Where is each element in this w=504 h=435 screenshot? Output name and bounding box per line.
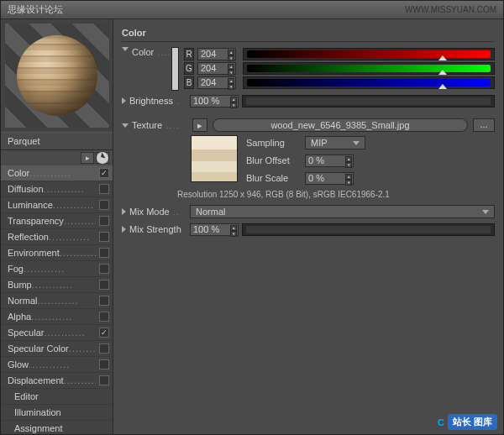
nav-prev-button[interactable]: ▸: [81, 152, 94, 164]
b-slider[interactable]: [243, 76, 495, 89]
channel-checkbox[interactable]: [99, 296, 109, 306]
watermark-logo: C 站长 图库: [438, 414, 497, 430]
channel-normal[interactable]: Normal. . . . . . . . . . . .: [1, 293, 113, 309]
spinner-icon[interactable]: ▴▾: [230, 225, 237, 234]
color-label: Color . . . .: [132, 47, 171, 57]
g-label: G: [184, 62, 194, 75]
channel-checkbox[interactable]: [99, 184, 109, 194]
resolution-text: Resolution 1250 x 946, RGB (8 Bit), sRGB…: [177, 190, 495, 199]
r-input[interactable]: 204▴▾: [197, 48, 236, 60]
channel-label: Displacement: [8, 375, 64, 385]
subchannel-label: Illumination: [14, 407, 61, 417]
channel-label: Transparency: [8, 216, 64, 226]
channel-label: Glow: [8, 359, 29, 369]
channel-label: Color: [8, 168, 29, 178]
bluroffset-label: Blur Offset: [246, 155, 305, 165]
channel-label: Alpha: [8, 312, 31, 322]
subchannel-label: Editor: [14, 391, 39, 401]
r-slider[interactable]: [243, 48, 495, 60]
brightness-input[interactable]: 100 %▴▾: [190, 95, 239, 107]
channel-displacement[interactable]: Displacement. . . . . . . . . . . .: [1, 373, 113, 389]
subchannel-assignment[interactable]: Assignment: [1, 421, 113, 434]
spinner-icon[interactable]: ▴▾: [228, 64, 234, 73]
mixstrength-label: Mix Strength: [129, 224, 190, 234]
channel-glow[interactable]: Glow. . . . . . . . . . . .: [1, 357, 113, 373]
channel-checkbox[interactable]: [99, 312, 109, 322]
channel-label: Fog: [8, 264, 24, 274]
b-input[interactable]: 204▴▾: [197, 76, 236, 89]
channel-checkbox[interactable]: [99, 343, 109, 354]
material-preview[interactable]: [5, 24, 109, 128]
mixmode-dropdown[interactable]: Normal: [190, 205, 495, 218]
channel-specular[interactable]: Specular. . . . . . . . . . . . ✓: [1, 325, 113, 341]
texture-filename[interactable]: wood_new_6546_9385_Small.jpg: [213, 118, 468, 132]
texture-menu-button[interactable]: ▸: [192, 118, 207, 132]
channel-checkbox[interactable]: [99, 280, 109, 290]
channel-fog[interactable]: Fog. . . . . . . . . . . .: [1, 261, 113, 277]
channel-checkbox[interactable]: ✓: [99, 328, 109, 338]
spinner-icon[interactable]: ▴▾: [228, 78, 234, 87]
expand-icon[interactable]: [122, 123, 129, 128]
channel-checkbox[interactable]: [99, 264, 109, 274]
channel-label: Diffusion: [8, 184, 44, 194]
channel-diffusion[interactable]: Diffusion. . . . . . . . . . . .: [1, 181, 113, 197]
channel-label: Normal: [8, 296, 37, 306]
channel-specular-color[interactable]: Specular Color. . . . . . . . . . . .: [1, 341, 113, 357]
channel-label: Luminance: [8, 200, 53, 210]
channel-checkbox[interactable]: [99, 200, 109, 210]
channel-checkbox[interactable]: [99, 248, 109, 258]
channel-label: Reflection: [8, 232, 49, 242]
channel-environment[interactable]: Environment. . . . . . . . . . . .: [1, 245, 113, 261]
nav-pick-button[interactable]: [96, 152, 109, 164]
sampling-dropdown[interactable]: MIP: [305, 136, 365, 149]
left-panel: Parquet ▸ Color. . . . . . . . . . . . ✓…: [1, 19, 113, 434]
bluroffset-input[interactable]: 0 %▴▾: [305, 155, 354, 167]
channel-checkbox[interactable]: [99, 375, 109, 385]
channel-checkbox[interactable]: [99, 216, 109, 226]
titlebar: 思缘设计论坛 WWW.MISSYUAN.COM: [1, 1, 503, 19]
g-slider[interactable]: [243, 62, 495, 75]
mixstrength-slider[interactable]: [242, 223, 495, 236]
channel-label: Bump: [8, 280, 32, 290]
preview-navbar: ▸: [1, 150, 113, 165]
mixstrength-input[interactable]: 100 %▴▾: [190, 223, 239, 236]
channel-bump[interactable]: Bump. . . . . . . . . . . .: [1, 277, 113, 293]
g-input[interactable]: 204▴▾: [197, 62, 236, 75]
expand-icon[interactable]: [122, 226, 126, 233]
right-panel: Color Color . . . . R 204▴▾ G 204▴▾: [113, 19, 503, 434]
watermark-left: 思缘设计论坛: [8, 3, 63, 16]
expand-icon[interactable]: [122, 97, 126, 104]
channel-reflection[interactable]: Reflection. . . . . . . . . . . .: [1, 229, 113, 245]
color-swatch[interactable]: [171, 47, 179, 91]
preview-sphere: [17, 35, 97, 116]
channel-checkbox[interactable]: ✓: [99, 168, 109, 178]
blurscale-input[interactable]: 0 %▴▾: [305, 172, 354, 185]
channel-checkbox[interactable]: [99, 359, 109, 369]
channel-checkbox[interactable]: [99, 232, 109, 242]
subchannel-editor[interactable]: Editor: [1, 389, 113, 405]
r-label: R: [184, 48, 194, 60]
material-name[interactable]: Parquet: [1, 132, 113, 150]
channel-alpha[interactable]: Alpha. . . . . . . . . . . .: [1, 309, 113, 325]
spinner-icon[interactable]: ▴▾: [228, 50, 234, 59]
channel-transparency[interactable]: Transparency. . . . . . . . . . . .: [1, 213, 113, 229]
spinner-icon[interactable]: ▴▾: [345, 174, 352, 183]
watermark-right: WWW.MISSYUAN.COM: [405, 5, 496, 14]
subchannel-illumination[interactable]: Illumination: [1, 405, 113, 421]
spinner-icon[interactable]: ▴▾: [345, 156, 352, 165]
subchannel-label: Assignment: [14, 423, 62, 433]
channel-color[interactable]: Color. . . . . . . . . . . . ✓: [1, 165, 113, 181]
texture-thumbnail[interactable]: [191, 135, 238, 182]
cursor-icon: [97, 152, 108, 164]
brightness-label: Brightness .: [129, 96, 190, 106]
b-label: B: [184, 76, 194, 89]
channel-list: Color. . . . . . . . . . . . ✓Diffusion.…: [1, 165, 113, 434]
channel-luminance[interactable]: Luminance. . . . . . . . . . . .: [1, 197, 113, 213]
expand-icon[interactable]: [122, 208, 126, 215]
brightness-slider[interactable]: [242, 95, 495, 107]
spinner-icon[interactable]: ▴▾: [230, 97, 237, 106]
channel-label: Specular Color: [8, 343, 69, 354]
texture-browse-button[interactable]: ...: [473, 118, 495, 132]
channel-label: Environment: [8, 248, 60, 258]
expand-icon[interactable]: [122, 47, 129, 51]
